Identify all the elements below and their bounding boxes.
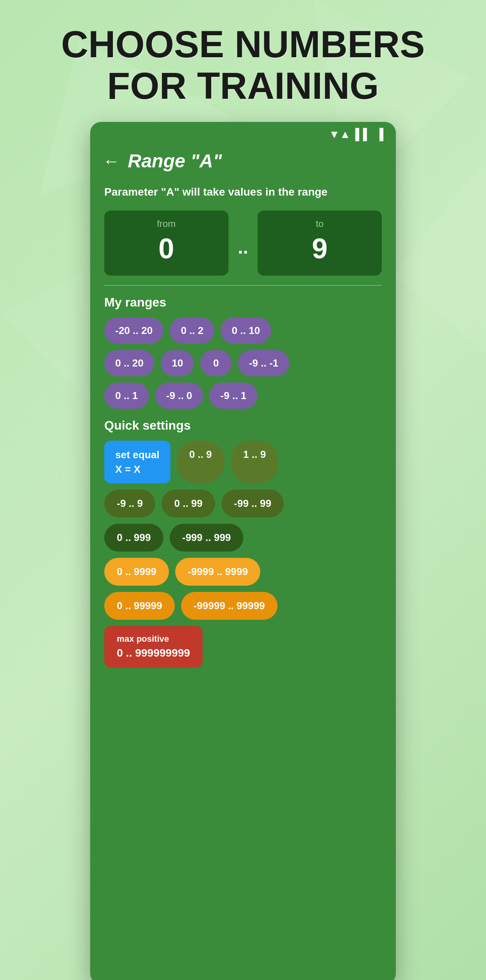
subtitle-text: Parameter "A" will take values in the ra…: [90, 181, 396, 211]
my-ranges-grid: -20 .. 20 0 .. 2 0 .. 10 0 .. 20 10 0 -9…: [90, 318, 396, 409]
header: ← Range "A": [90, 147, 396, 181]
ranges-row-2: 0 .. 1 -9 .. 0 -9 .. 1: [104, 383, 382, 409]
status-bar: ▼▲ ▌▌ ▐: [90, 122, 396, 147]
quick-row-0: set equal X = X 0 .. 9 1 .. 9: [104, 441, 382, 483]
quick-chip-0-9[interactable]: 0 .. 9: [177, 441, 225, 483]
quick-chip-neg99999-99999[interactable]: -99999 .. 99999: [181, 592, 277, 620]
wifi-icon: ▼▲: [329, 128, 350, 141]
ranges-row-0: -20 .. 20 0 .. 2 0 .. 10: [104, 318, 382, 344]
quick-chip-neg9-9[interactable]: -9 .. 9: [104, 490, 155, 517]
screen-title: Range "A": [128, 150, 222, 172]
range-chip[interactable]: -20 .. 20: [104, 318, 163, 344]
range-chip[interactable]: 0 .. 20: [104, 350, 154, 376]
svg-marker-3: [392, 157, 486, 353]
quick-chip-neg99-99[interactable]: -99 .. 99: [221, 490, 284, 517]
quick-chip-0-999[interactable]: 0 .. 999: [104, 524, 163, 552]
from-label: from: [157, 218, 176, 229]
quick-settings-grid: set equal X = X 0 .. 9 1 .. 9 -9 .. 9 0 …: [104, 441, 382, 668]
back-button[interactable]: ←: [103, 152, 120, 170]
battery-icon: ▐: [375, 128, 383, 141]
quick-chip-0-99999[interactable]: 0 .. 99999: [104, 592, 175, 620]
range-chip[interactable]: 0 .. 1: [104, 383, 149, 409]
quick-chip-1-9[interactable]: 1 .. 9: [231, 441, 279, 483]
section-divider: [104, 285, 382, 286]
max-positive-label: max positive: [117, 633, 190, 645]
quick-chip-neg9999-9999[interactable]: -9999 .. 9999: [175, 558, 260, 586]
range-chip[interactable]: -9 .. 0: [155, 383, 203, 409]
set-equal-button[interactable]: set equal X = X: [104, 441, 170, 483]
ranges-row-1: 0 .. 20 10 0 -9 .. -1: [104, 350, 382, 376]
to-label: to: [316, 218, 324, 229]
max-positive-value: 0 .. 999999999: [117, 645, 190, 661]
max-positive-chip[interactable]: max positive 0 .. 999999999: [104, 626, 203, 668]
range-from-box[interactable]: from 0: [104, 211, 228, 276]
range-input-row: from 0 .. to 9: [90, 211, 396, 276]
range-chip[interactable]: -9 .. 1: [209, 383, 257, 409]
my-ranges-title: My ranges: [90, 295, 396, 318]
quick-chip-neg999-999[interactable]: -999 .. 999: [170, 524, 243, 552]
signal-icon: ▌▌: [355, 128, 371, 141]
phone-screen: ▼▲ ▌▌ ▐ ← Range "A" Parameter "A" will t…: [90, 122, 396, 980]
quick-row-max: max positive 0 .. 999999999: [104, 626, 382, 668]
range-to-box[interactable]: to 9: [258, 211, 382, 276]
range-chip[interactable]: 10: [161, 350, 194, 376]
quick-chip-0-9999[interactable]: 0 .. 9999: [104, 558, 169, 586]
quick-row-1: -9 .. 9 0 .. 99 -99 .. 99: [104, 490, 382, 517]
from-value: 0: [158, 232, 174, 265]
to-value: 9: [312, 232, 328, 265]
range-chip[interactable]: 0 .. 2: [170, 318, 214, 344]
range-chip[interactable]: 0: [200, 350, 232, 376]
quick-settings-section: Quick settings set equal X = X 0 .. 9 1 …: [90, 412, 396, 668]
range-chip[interactable]: -9 .. -1: [238, 350, 289, 376]
quick-settings-title: Quick settings: [104, 418, 382, 433]
range-dots: ..: [236, 236, 250, 258]
set-equal-label-line1: set equal: [115, 448, 160, 462]
quick-row-4: 0 .. 99999 -99999 .. 99999: [104, 592, 382, 620]
quick-row-2: 0 .. 999 -999 .. 999: [104, 524, 382, 552]
page-title: CHOOSE NUMBERS FOR TRAINING: [0, 0, 486, 122]
range-chip[interactable]: 0 .. 10: [221, 318, 271, 344]
set-equal-label-line2: X = X: [115, 462, 160, 476]
quick-chip-0-99[interactable]: 0 .. 99: [161, 490, 215, 517]
quick-row-3: 0 .. 9999 -9999 .. 9999: [104, 558, 382, 586]
